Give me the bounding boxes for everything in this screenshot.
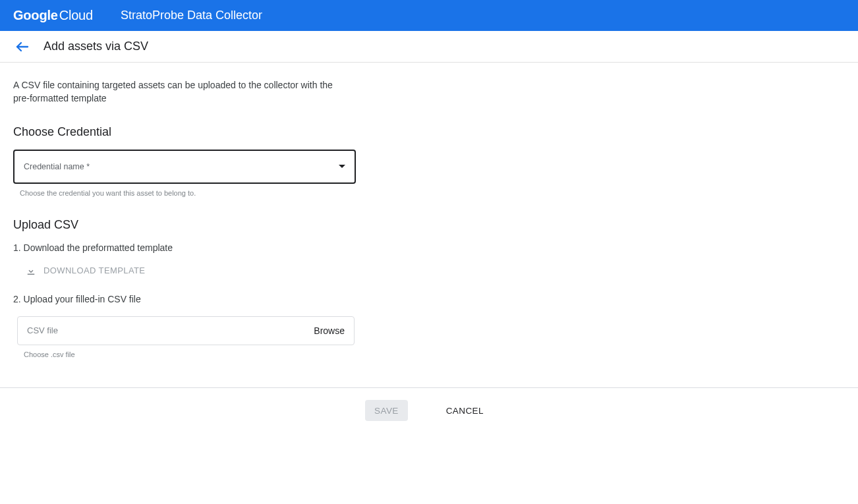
- credential-heading: Choose Credential: [13, 125, 356, 139]
- download-icon: [25, 265, 37, 277]
- upload-heading: Upload CSV: [13, 218, 356, 232]
- caret-down-icon: [339, 165, 345, 168]
- intro-text: A CSV file containing targeted assets ca…: [13, 78, 336, 105]
- page-subheader: Add assets via CSV: [0, 31, 858, 63]
- app-banner: Google Cloud StratoProbe Data Collector: [0, 0, 858, 31]
- browse-button[interactable]: Browse: [314, 325, 345, 336]
- back-button[interactable]: [14, 39, 30, 55]
- download-template-label: DOWNLOAD TEMPLATE: [43, 266, 145, 275]
- logo-bold: Google: [13, 8, 58, 23]
- save-button: SAVE: [365, 400, 408, 421]
- main-content: A CSV file containing targeted assets ca…: [0, 63, 369, 358]
- csv-file-input[interactable]: CSV file Browse: [17, 316, 355, 345]
- download-template-button[interactable]: DOWNLOAD TEMPLATE: [25, 265, 145, 277]
- credential-helper: Choose the credential you want this asse…: [20, 189, 356, 197]
- app-title: StratoProbe Data Collector: [121, 9, 262, 22]
- footer-bar: SAVE CANCEL: [0, 387, 858, 434]
- csv-file-helper: Choose .csv file: [24, 350, 356, 358]
- upload-step-2: 2. Upload your filled-in CSV file: [13, 294, 356, 304]
- page-title: Add assets via CSV: [43, 40, 148, 53]
- credential-select[interactable]: Credential name *: [13, 150, 356, 184]
- csv-file-placeholder: CSV file: [27, 325, 58, 335]
- credential-select-label: Credential name *: [24, 162, 90, 171]
- upload-step-1: 1. Download the preformatted template: [13, 242, 356, 253]
- arrow-left-icon: [14, 39, 30, 55]
- logo-light: Cloud: [59, 8, 93, 23]
- cancel-button[interactable]: CANCEL: [437, 400, 493, 421]
